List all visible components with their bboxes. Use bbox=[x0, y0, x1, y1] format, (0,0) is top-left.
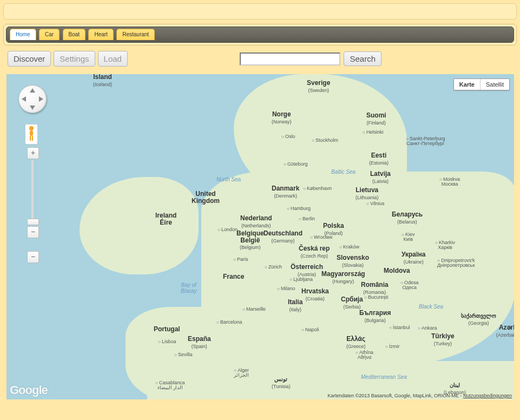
country-ellada: Ελλάς(Greece) bbox=[346, 336, 366, 349]
tab-home[interactable]: Home bbox=[10, 29, 36, 40]
city-dnipro: Dnipropetrovs'k Дніпропетровськ bbox=[437, 258, 475, 268]
city-marseille: Marseille bbox=[242, 307, 266, 312]
search-button[interactable]: Search bbox=[344, 51, 381, 66]
city-wroclaw: Wrocław bbox=[310, 235, 332, 240]
search-area: Search bbox=[240, 51, 381, 66]
pegman-icon bbox=[27, 126, 36, 142]
city-berlin: Berlin bbox=[299, 216, 315, 221]
city-oslo: Oslo bbox=[281, 134, 295, 139]
city-krakow: Kraków bbox=[339, 245, 359, 250]
city-kobenhavn: København bbox=[303, 186, 332, 191]
country-iceland: Ísland(Iceland) bbox=[93, 74, 112, 87]
city-vilnius: Vilnius bbox=[366, 201, 384, 206]
country-eesti: Eesti(Estonia) bbox=[369, 152, 389, 166]
map-canvas[interactable]: North Sea Baltic Sea Bay of Biscay Medit… bbox=[6, 74, 514, 399]
city-napoli: Napoli bbox=[301, 327, 319, 332]
country-slovensko: Slovensko(Slovakia) bbox=[337, 254, 369, 268]
tab-panel: Home Car Boat Heart Restaurant bbox=[3, 24, 517, 45]
label-mediterranean: Mediterranean Sea bbox=[361, 375, 407, 380]
zoom-in-button[interactable]: + bbox=[27, 147, 39, 159]
city-hamburg: Hamburg bbox=[287, 206, 311, 211]
map-type-satellit[interactable]: Satellit bbox=[480, 79, 509, 90]
country-suomi: Suomi(Finland) bbox=[366, 112, 386, 126]
country-latvija: Latvija(Latvia) bbox=[370, 170, 391, 184]
pegman-control[interactable] bbox=[25, 124, 38, 145]
zoom-out-extra-button[interactable]: − bbox=[27, 251, 39, 263]
city-kharkiv: Kharkiv Харків bbox=[435, 240, 455, 251]
country-bulgaria: България(Bulgaria) bbox=[359, 310, 391, 323]
svg-rect-1 bbox=[30, 130, 33, 136]
svg-rect-3 bbox=[32, 136, 33, 141]
svg-point-0 bbox=[29, 126, 34, 130]
map-attribution: Kartendaten ©2013 Basarsoft, Google, Map… bbox=[327, 393, 512, 398]
label-north-sea: North Sea bbox=[216, 177, 241, 183]
country-nederland: Nederland(Netherlands) bbox=[240, 215, 272, 228]
city-istanbul: İstanbul bbox=[389, 325, 410, 330]
header-panel bbox=[3, 3, 517, 19]
country-georgia: საქართველო(Georgia) bbox=[461, 312, 496, 326]
city-helsinki: Helsinki bbox=[363, 130, 384, 135]
terms-link[interactable]: Nutzungsbedingungen bbox=[463, 393, 512, 398]
city-paris: Paris bbox=[233, 257, 248, 262]
city-alger: Alger الجزائر bbox=[234, 368, 249, 378]
label-baltic-sea: Baltic Sea bbox=[331, 169, 356, 175]
search-input[interactable] bbox=[240, 52, 340, 65]
country-belarus: Беларусь(Belarus) bbox=[392, 211, 423, 225]
pan-right-icon[interactable] bbox=[39, 96, 43, 102]
settings-button[interactable]: Settings bbox=[54, 51, 95, 67]
country-uk: United Kingdom bbox=[192, 191, 220, 204]
map-type-karte[interactable]: Karte bbox=[454, 79, 480, 90]
city-london: London bbox=[218, 227, 238, 232]
city-casablanca: Casablanca الدار البيضاء bbox=[155, 380, 185, 391]
city-ankara: Ankara bbox=[418, 326, 437, 331]
label-black-sea: Black Sea bbox=[419, 304, 443, 310]
pan-control[interactable] bbox=[18, 85, 47, 113]
toolbar: Discover Settings Load Search bbox=[0, 45, 520, 69]
city-izmir: İzmir bbox=[385, 344, 400, 349]
country-italia: Italia(Italy) bbox=[288, 299, 302, 312]
country-norge: Norge(Norway) bbox=[272, 111, 292, 124]
tab-heart[interactable]: Heart bbox=[88, 29, 113, 40]
city-goteborg: Göteborg bbox=[284, 162, 308, 167]
city-athina: Athína Αθήνα bbox=[356, 350, 373, 360]
city-lisboa: Lisboa bbox=[158, 339, 176, 344]
country-deutschland: Deutschland(Germany) bbox=[264, 230, 302, 244]
zoom-out-button[interactable]: − bbox=[27, 226, 39, 238]
label-bay-biscay: Bay of Biscay bbox=[181, 283, 196, 294]
city-bucuresti: București bbox=[364, 295, 389, 300]
city-sevilla: Sevilla bbox=[174, 352, 193, 357]
tab-restaurant[interactable]: Restaurant bbox=[116, 29, 155, 40]
country-azerb: Azərb(Azerbaijar bbox=[496, 324, 514, 338]
pan-up-icon[interactable] bbox=[30, 88, 35, 93]
country-tunisia: تونس(Tunisia) bbox=[272, 376, 291, 389]
load-button[interactable]: Load bbox=[98, 51, 128, 67]
city-ljubljana: Ljubljana bbox=[289, 277, 313, 282]
tab-car[interactable]: Car bbox=[39, 29, 60, 40]
country-moldova: Moldova bbox=[384, 267, 410, 274]
city-spb: Sankt-Peterburg Санкт-Петербург bbox=[406, 136, 445, 147]
discover-button[interactable]: Discover bbox=[8, 51, 51, 67]
city-zurich: Zürich bbox=[265, 265, 282, 270]
land-uk bbox=[80, 177, 199, 274]
pan-down-icon[interactable] bbox=[30, 106, 35, 110]
tab-boat[interactable]: Boat bbox=[63, 29, 86, 40]
country-ceska: Česká rep(Czech Rep) bbox=[299, 245, 330, 259]
city-barcelona: Barcelona bbox=[216, 320, 242, 325]
map-type-control: Karte Satellit bbox=[453, 78, 510, 90]
tab-bar: Home Car Boat Heart Restaurant bbox=[6, 27, 514, 43]
pan-left-icon[interactable] bbox=[22, 96, 26, 102]
zoom-slider[interactable] bbox=[31, 160, 34, 225]
country-srbija: Србија(Serbia) bbox=[341, 296, 363, 310]
zoom-control: + − − bbox=[27, 147, 38, 263]
google-logo: Google bbox=[10, 383, 48, 397]
country-espana: España(Spain) bbox=[188, 336, 211, 349]
city-moskva: Moskva Москва bbox=[439, 177, 460, 187]
country-sverige: Sverige(Sweden) bbox=[307, 80, 330, 93]
country-romania: România(Romania) bbox=[361, 281, 389, 295]
country-osterreich: Österreich(Austria) bbox=[291, 264, 323, 277]
country-france: France bbox=[223, 273, 244, 280]
city-odesa: Odesa Одеса bbox=[400, 280, 419, 291]
country-belgique: Belgique België(Belgium) bbox=[236, 230, 264, 251]
country-turkiye: Türkiye(Turkey) bbox=[431, 333, 455, 346]
zoom-thumb[interactable] bbox=[27, 219, 39, 225]
